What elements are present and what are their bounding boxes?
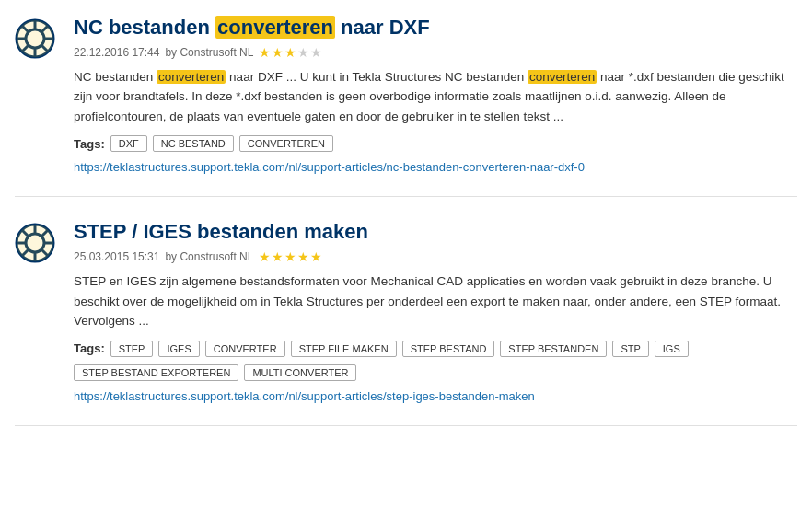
tag-step-file-maken[interactable]: STEP FILE MAKEN <box>291 341 397 357</box>
result-1-link[interactable]: https://teklastructures.support.tekla.co… <box>74 160 585 174</box>
tag-step[interactable]: STEP <box>110 341 154 357</box>
tag-step-bestanden[interactable]: STEP BESTANDEN <box>500 341 607 357</box>
tag-step-bestand-exporteren[interactable]: STEP BESTAND EXPORTEREN <box>74 364 238 381</box>
result-1-stars: ★★★★★ <box>259 45 323 60</box>
result-2-title: STEP / IGES bestanden maken <box>74 219 797 246</box>
desc-highlight-1: converteren <box>157 70 226 84</box>
result-1-icon <box>15 18 59 63</box>
tag-converter[interactable]: CONVERTER <box>205 341 285 357</box>
tag-igs[interactable]: IGS <box>655 341 689 357</box>
search-result-2: STEP / IGES bestanden maken 25.03.2015 1… <box>15 219 797 425</box>
title-after: naar DXF <box>335 16 430 39</box>
result-1-date: 22.12.2016 17:44 <box>74 46 159 59</box>
tag-converteren[interactable]: CONVERTEREN <box>239 135 333 152</box>
result-1-meta: 22.12.2016 17:44 by Construsoft NL ★★★★★ <box>74 45 797 60</box>
star-empty: ★★ <box>297 45 323 60</box>
title-before: NC bestanden <box>74 16 215 39</box>
tag-stp[interactable]: STP <box>612 341 648 357</box>
result-1-content: NC bestanden converteren naar DXF 22.12.… <box>74 15 797 174</box>
tag-dxf[interactable]: DXF <box>110 135 147 152</box>
result-1-description: NC bestanden converteren naar DXF ... U … <box>74 67 797 127</box>
tag-iges[interactable]: IGES <box>158 341 199 357</box>
result-2-content: STEP / IGES bestanden maken 25.03.2015 1… <box>74 219 797 402</box>
result-2-meta: 25.03.2015 15:31 by Construsoft NL ★★★★★ <box>74 249 797 264</box>
tag-nc-bestand[interactable]: NC BESTAND <box>153 135 234 152</box>
star-filled: ★★★ <box>259 45 297 60</box>
svg-point-13 <box>17 225 53 261</box>
search-result-1: NC bestanden converteren naar DXF 22.12.… <box>15 15 797 197</box>
result-2-link[interactable]: https://teklastructures.support.tekla.co… <box>74 389 535 403</box>
result-2-description: STEP en IGES zijn algemene bestandsforma… <box>74 271 797 331</box>
svg-point-6 <box>17 20 53 57</box>
result-1-title: NC bestanden converteren naar DXF <box>74 15 797 41</box>
title-text: STEP / IGES bestanden maken <box>74 220 368 243</box>
desc-highlight-2: converteren <box>528 70 597 84</box>
tag-step-bestand[interactable]: STEP BESTAND <box>402 341 495 357</box>
result-2-icon <box>15 223 59 267</box>
result-2-stars: ★★★★★ <box>259 249 323 264</box>
tags-label-1: Tags: <box>74 137 105 151</box>
tags-label-2: Tags: <box>74 341 105 355</box>
title-highlight: converteren <box>215 16 335 39</box>
result-2-tags-row-2: STEP BESTAND EXPORTEREN MULTI CONVERTER <box>74 364 797 381</box>
result-1-tags-row: Tags: DXF NC BESTAND CONVERTEREN <box>74 135 797 152</box>
result-2-date: 25.03.2015 15:31 <box>74 250 159 263</box>
result-2-by: by Construsoft NL <box>165 250 253 263</box>
result-2-tags-row-1: Tags: STEP IGES CONVERTER STEP FILE MAKE… <box>74 341 797 357</box>
tag-multi-converter[interactable]: MULTI CONVERTER <box>244 364 356 381</box>
result-1-by: by Construsoft NL <box>165 46 253 59</box>
